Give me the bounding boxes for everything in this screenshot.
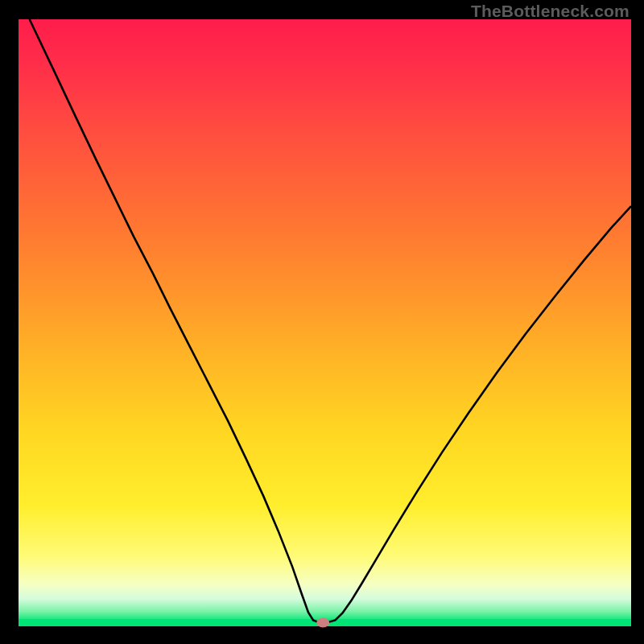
watermark-text: TheBottleneck.com <box>471 2 630 21</box>
bottleneck-chart <box>0 0 644 644</box>
plot-background <box>19 19 631 626</box>
chart-frame: TheBottleneck.com <box>0 0 644 644</box>
optimum-marker <box>316 617 329 627</box>
